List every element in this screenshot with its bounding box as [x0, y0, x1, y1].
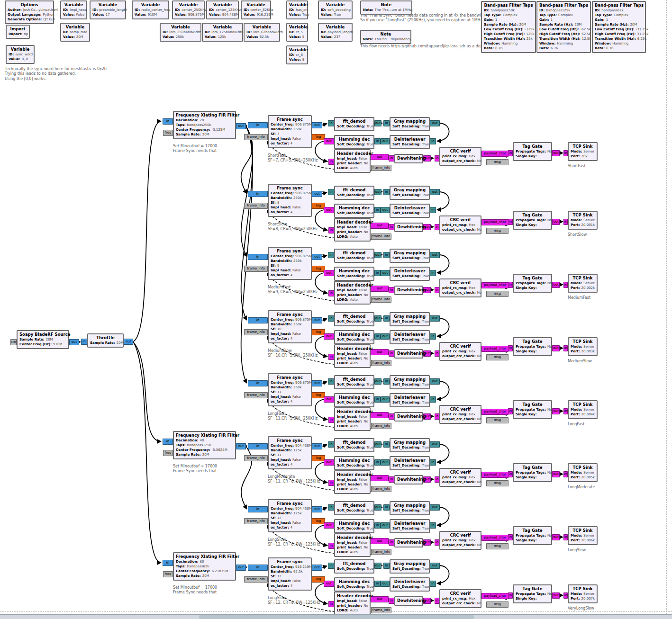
- port-in[interactable]: in: [435, 598, 439, 604]
- port-in[interactable]: in: [328, 315, 334, 322]
- port-out[interactable]: out: [324, 522, 334, 529]
- port-frame-info[interactable]: frame_info: [371, 165, 391, 171]
- port-in[interactable]: in: [374, 270, 381, 276]
- port-msg[interactable]: msg: [486, 480, 509, 486]
- port-in[interactable]: in: [374, 581, 381, 587]
- port-in[interactable]: in: [81, 339, 87, 345]
- port-out[interactable]: out: [381, 270, 390, 276]
- import-block[interactable]: ImportImport:np: [6, 25, 30, 39]
- port-in[interactable]: in: [435, 287, 439, 293]
- port-in[interactable]: in: [435, 539, 439, 546]
- port-out[interactable]: out: [430, 315, 440, 322]
- port-out[interactable]: out: [430, 120, 440, 126]
- scrollbar-thumb[interactable]: [199, 615, 474, 619]
- port-payload-char[interactable]: payload_char: [481, 593, 509, 599]
- header-decoder-block[interactable]: Header decoderImpl_head:Falseprint_heade…: [334, 533, 371, 557]
- deinterleaver-block[interactable]: DeinterleaverSoft_Decoding:True: [390, 267, 430, 281]
- port-out[interactable]: out: [374, 504, 381, 511]
- port-in[interactable]: in: [383, 441, 390, 448]
- tag-gate-block[interactable]: Tag GatePropagate Tags:NoSingle Key:: [513, 142, 552, 161]
- options-block[interactable]: OptionsAuthor:Josh Co...yLinuxUser)Outpu…: [5, 0, 54, 24]
- port-frame-info[interactable]: frame_info: [244, 266, 268, 272]
- dewhitening-block[interactable]: Dewhitening: [394, 286, 423, 295]
- port-out[interactable]: out: [324, 207, 334, 213]
- fft-demod-block[interactable]: fft_demodSoft_Decoding:True: [334, 186, 374, 200]
- gray-mapping-block[interactable]: Gray mappingSoft_Decoding:True: [390, 186, 430, 200]
- port-payload-char[interactable]: payload_char: [481, 346, 509, 352]
- port-log[interactable]: log: [312, 134, 325, 140]
- port-in[interactable]: in: [248, 565, 268, 571]
- crc-verif-block[interactable]: CRC verifprint_rx_msg:Hexoutput_crc_chec…: [439, 405, 481, 424]
- note-dependency[interactable]: NoteNote:This flo... dependency.: [360, 30, 411, 44]
- frame-sync-block[interactable]: Frame syncCenter_freq:906.875MBandwidth:…: [268, 310, 312, 343]
- port-msg[interactable]: msg: [486, 543, 509, 549]
- port-in[interactable]: in: [435, 476, 439, 483]
- port-in[interactable]: in: [383, 189, 390, 195]
- port-out[interactable]: out: [312, 122, 322, 128]
- port-payload-char[interactable]: payload_char: [481, 535, 509, 541]
- crc-verif-block[interactable]: CRC verifprint_rx_msg:Hexoutput_crc_chec…: [439, 147, 481, 166]
- port-out[interactable]: out: [312, 506, 322, 512]
- port-in[interactable]: in: [508, 150, 513, 156]
- port-in[interactable]: in: [563, 592, 568, 599]
- port-in[interactable]: in: [389, 155, 394, 161]
- variable-lora-125bandwidth[interactable]: VariableID:lora_125bandwidthValue:125k: [202, 23, 243, 42]
- tag-gate-block[interactable]: Tag GatePropagate Tags:NoSingle Key:: [513, 337, 552, 356]
- fft-demod-block[interactable]: fft_demodSoft_Decoding:True: [334, 249, 374, 263]
- hamming-dec-block[interactable]: Hamming decSoft_Decoding:True: [334, 519, 374, 533]
- port-in[interactable]: in: [328, 252, 334, 258]
- port-out[interactable]: out: [374, 315, 381, 322]
- port-out[interactable]: out: [552, 282, 560, 288]
- frame-sync-block[interactable]: Frame syncCenter_freq:906.875MBandwidth:…: [268, 373, 312, 406]
- crc-verif-block[interactable]: CRC verifprint_rx_msg:Hexoutput_crc_chec…: [439, 278, 481, 297]
- deinterleaver-block[interactable]: DeinterleaverSoft_Decoding:True: [390, 577, 430, 592]
- port-out[interactable]: out: [312, 380, 322, 386]
- tcp-sink-block[interactable]: TCP SinkMode:ServerPort:20.006k: [568, 526, 598, 545]
- crc-verif-block[interactable]: CRC verifprint_rx_msg:Hexoutput_crc_chec…: [439, 468, 481, 487]
- port-in[interactable]: in: [508, 219, 513, 225]
- variable-payload-length[interactable]: VariableID:payload_lengthValue:237: [318, 23, 353, 42]
- port-frame-info[interactable]: frame_info: [244, 518, 268, 524]
- port-in[interactable]: in: [163, 560, 173, 566]
- port-in[interactable]: in: [430, 207, 436, 213]
- port-msg[interactable]: msg: [486, 291, 509, 297]
- port-in[interactable]: in: [508, 282, 513, 288]
- port-msg[interactable]: msg: [486, 417, 509, 423]
- port-in[interactable]: in: [328, 290, 334, 296]
- port-payload-char[interactable]: payload_char: [481, 282, 509, 288]
- tag-gate-block[interactable]: Tag GatePropagate Tags:NoSingle Key:: [513, 400, 552, 419]
- port-out[interactable]: out: [371, 538, 389, 544]
- port-out[interactable]: out: [324, 581, 334, 587]
- port-frame-info[interactable]: frame_info: [371, 607, 391, 613]
- variable-center-62KHz[interactable]: VariableID:center_62KHzValue:916.219M: [241, 0, 271, 19]
- port-in[interactable]: in: [328, 378, 334, 385]
- tcp-sink-block[interactable]: TCP SinkMode:ServerPort:20.005k: [568, 463, 598, 482]
- port-in[interactable]: in: [389, 476, 394, 483]
- port-freq[interactable]: freq: [163, 130, 173, 136]
- port-out[interactable]: out: [312, 317, 322, 323]
- port-out[interactable]: out: [374, 189, 381, 195]
- hamming-dec-block[interactable]: Hamming decSoft_Decoding:True: [334, 267, 374, 281]
- port-in[interactable]: in: [389, 224, 394, 230]
- port-msg[interactable]: msg: [486, 601, 509, 608]
- port-out[interactable]: out: [552, 345, 560, 351]
- port-payload-char[interactable]: payload_char: [481, 219, 509, 225]
- port-out[interactable]: out: [374, 252, 381, 258]
- tag-gate-block[interactable]: Tag GatePropagate Tags:NoSingle Key:: [513, 584, 552, 603]
- port-out[interactable]: out: [312, 565, 322, 571]
- port-msg[interactable]: msg: [486, 228, 509, 234]
- port-in[interactable]: in: [563, 534, 568, 540]
- port-frame-info[interactable]: frame_info: [371, 549, 391, 555]
- freq-xlating-fir-filter-62k[interactable]: Frequency Xlating FIR FilterDecimation:8…: [173, 552, 236, 581]
- port-out[interactable]: out: [374, 563, 381, 569]
- port-in[interactable]: in: [383, 563, 390, 569]
- crc-verif-block[interactable]: CRC verifprint_rx_msg:Hexoutput_crc_chec…: [439, 215, 481, 234]
- port-in[interactable]: in: [248, 254, 268, 260]
- freq-xlating-fir-filter-125k[interactable]: Frequency Xlating FIR FilterDecimation:4…: [173, 431, 236, 459]
- gray-mapping-block[interactable]: Gray mappingSoft_Decoding:True: [390, 559, 430, 574]
- soapy-bladerf-source-block[interactable]: Soapy BladeRF SourceSample Rate:20MCente…: [17, 330, 69, 349]
- port-out[interactable]: out: [381, 396, 390, 403]
- port-in[interactable]: in: [563, 471, 568, 477]
- port-in[interactable]: in: [508, 471, 513, 477]
- deinterleaver-block[interactable]: DeinterleaverSoft_Decoding:True: [390, 393, 430, 407]
